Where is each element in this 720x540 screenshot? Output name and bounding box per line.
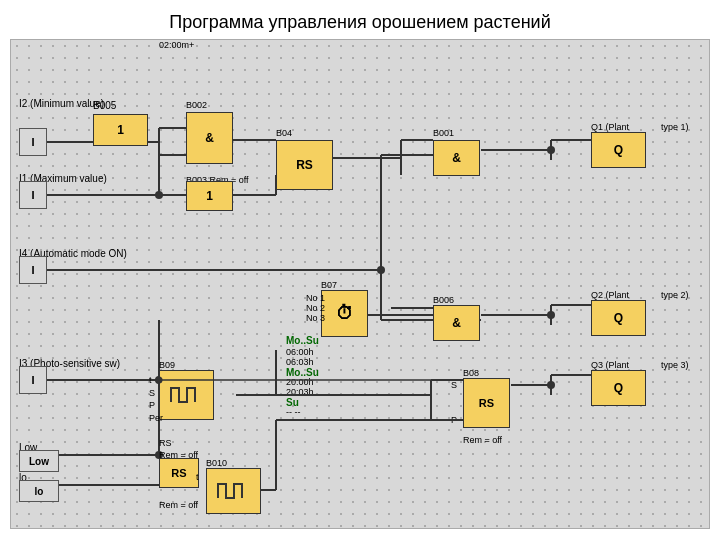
svg-point-35	[155, 191, 163, 199]
Q3-type: type 3)	[661, 360, 689, 370]
rem-off-B08: Rem = off	[463, 435, 502, 445]
B005-block: 1	[93, 114, 148, 146]
rem-off-B010: Rem = off	[159, 500, 198, 510]
time2: 06:03h	[286, 357, 314, 367]
time-B010: 02:00m+	[159, 40, 194, 50]
B09-block	[159, 370, 214, 420]
svg-point-38	[547, 146, 555, 154]
B09-label: B09	[159, 360, 175, 370]
B07-label: B07	[321, 280, 337, 290]
B07-timer-block: ⏱	[321, 290, 368, 337]
svg-point-39	[547, 311, 555, 319]
B002-label: B002	[186, 100, 207, 110]
time4: 20:03h	[286, 387, 314, 397]
Q3-block: Q	[591, 370, 646, 406]
Q2-type: type 2)	[661, 290, 689, 300]
dashes: -- --	[286, 407, 301, 417]
B001-label: B001	[433, 128, 454, 138]
RS-low-block: RS	[159, 458, 199, 488]
time1: 06:00h	[286, 347, 314, 357]
B09-per-label: Per	[149, 413, 163, 423]
page-title: Программа управления орошением растений	[0, 0, 720, 39]
I2-label: I2 (Minimum value)	[19, 98, 104, 109]
svg-point-37	[377, 266, 385, 274]
No3-label: No 3	[306, 313, 325, 323]
diagram-area: I2 (Minimum value) I B005 1 I1 (Maximum …	[10, 39, 710, 529]
B08-label: B08	[463, 368, 479, 378]
No2-label: No 2	[306, 303, 325, 313]
svg-point-40	[547, 381, 555, 389]
B003-block: 1	[186, 181, 233, 211]
B08-p-label: P	[451, 415, 457, 425]
B08-block: RS	[463, 378, 510, 428]
lo-io-block: lo	[19, 480, 59, 502]
B001-block: &	[433, 140, 480, 176]
Q2-block: Q	[591, 300, 646, 336]
B006-label: B006	[433, 295, 454, 305]
B04-RS-block: RS	[276, 140, 333, 190]
Q2-label: Q2 (Plant	[591, 290, 629, 300]
B002-block: &	[186, 112, 233, 164]
Low-io-block: Low	[19, 450, 59, 472]
B006-block: &	[433, 305, 480, 341]
No1-label: No 1	[306, 293, 325, 303]
time3: 20:00h	[286, 377, 314, 387]
I4-io-block: I	[19, 256, 47, 284]
I1-io-block: I	[19, 181, 47, 209]
I2-io-block: I	[19, 128, 47, 156]
mo-su-1: Mo..Su	[286, 335, 319, 346]
B04-label: B04	[276, 128, 292, 138]
Q3-label: Q3 (Plant	[591, 360, 629, 370]
I3-io-block: I	[19, 366, 47, 394]
Q1-label: Q1 (Plant	[591, 122, 629, 132]
B09-t-label: t	[149, 375, 152, 385]
B010-label: B010	[206, 458, 227, 468]
B005-label: B005	[93, 100, 116, 111]
B010-block	[206, 468, 261, 514]
B010-t-label: t	[196, 472, 199, 482]
B09-p-label: P	[149, 400, 155, 410]
B08-s-label: S	[451, 380, 457, 390]
Q1-type: type 1)	[661, 122, 689, 132]
Q1-block: Q	[591, 132, 646, 168]
RS-low-label: RS	[159, 438, 172, 448]
B09-s-label: S	[149, 388, 155, 398]
